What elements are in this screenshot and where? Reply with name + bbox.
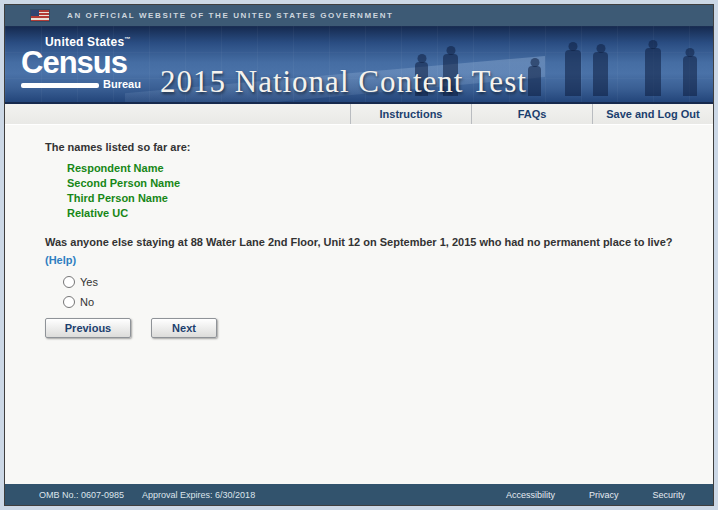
accessibility-link[interactable]: Accessibility	[506, 490, 555, 500]
yes-radio[interactable]	[63, 276, 75, 288]
security-link[interactable]: Security	[652, 490, 685, 500]
previous-button[interactable]: Previous	[45, 318, 131, 338]
omb-number: OMB No.: 0607-0985	[39, 490, 124, 500]
survey-content: The names listed so far are: Respondent …	[5, 125, 713, 484]
footer-links: Accessibility Privacy Security	[506, 490, 685, 500]
list-item: Relative UC	[67, 206, 693, 221]
official-banner: AN OFFICIAL WEBSITE OF THE UNITED STATES…	[5, 5, 713, 26]
no-radio[interactable]	[63, 296, 75, 308]
person-silhouette	[593, 52, 608, 96]
us-flag-icon	[31, 10, 49, 21]
page-header: United States™ Census Bureau 2015 Nation…	[5, 26, 713, 104]
nav-save-logout-link[interactable]: Save and Log Out	[592, 104, 713, 124]
census-bureau-logo: United States™ Census Bureau	[21, 35, 149, 90]
privacy-link[interactable]: Privacy	[589, 490, 619, 500]
yes-radio-label[interactable]: Yes	[80, 276, 98, 288]
button-row: Previous Next	[45, 318, 693, 338]
footer-omb-info: OMB No.: 0607-0985 Approval Expires: 6/3…	[39, 490, 255, 500]
list-item: Second Person Name	[67, 176, 693, 191]
person-silhouette	[565, 50, 581, 96]
trademark-symbol: ™	[124, 36, 130, 42]
logo-bureau: Bureau	[103, 78, 141, 90]
option-yes[interactable]: Yes	[63, 276, 693, 288]
option-no[interactable]: No	[63, 296, 693, 308]
names-intro-text: The names listed so far are:	[45, 141, 693, 153]
list-item: Respondent Name	[67, 161, 693, 176]
logo-census: Census	[21, 49, 149, 77]
survey-window: AN OFFICIAL WEBSITE OF THE UNITED STATES…	[4, 4, 714, 506]
person-silhouette	[645, 48, 661, 96]
help-link[interactable]: (Help)	[45, 254, 76, 266]
list-item: Third Person Name	[67, 191, 693, 206]
nav-instructions-link[interactable]: Instructions	[350, 104, 471, 124]
logo-underline	[21, 83, 99, 88]
names-list: Respondent Name Second Person Name Third…	[67, 161, 693, 221]
question-text: Was anyone else staying at 88 Water Lane…	[45, 235, 693, 249]
nav-bar: Instructions FAQs Save and Log Out	[5, 104, 713, 125]
nav-faqs-link[interactable]: FAQs	[471, 104, 592, 124]
approval-expires: Approval Expires: 6/30/2018	[142, 490, 255, 500]
person-silhouette	[683, 56, 697, 96]
page-footer: OMB No.: 0607-0985 Approval Expires: 6/3…	[5, 484, 713, 505]
page-title: 2015 National Content Test	[160, 64, 527, 100]
no-radio-label[interactable]: No	[80, 296, 94, 308]
person-silhouette	[528, 66, 541, 96]
next-button[interactable]: Next	[151, 318, 217, 338]
official-banner-text: AN OFFICIAL WEBSITE OF THE UNITED STATES…	[67, 11, 394, 20]
